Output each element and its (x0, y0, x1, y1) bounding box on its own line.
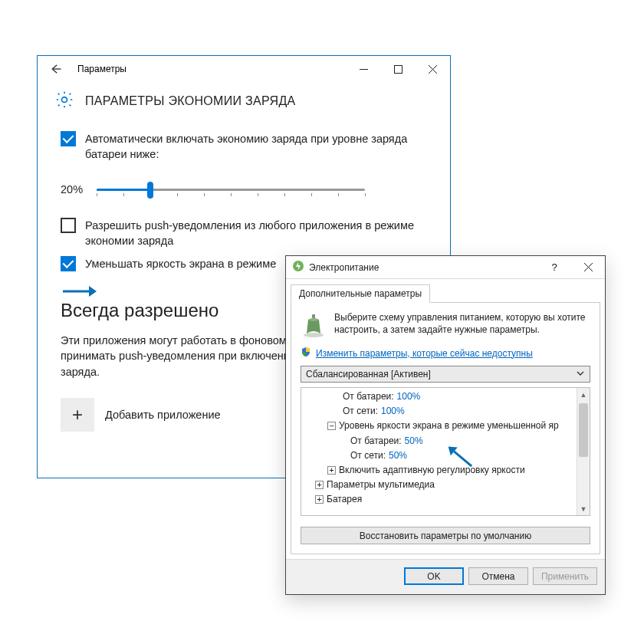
change-unavailable-link[interactable]: Изменить параметры, которые сейчас недос… (316, 348, 533, 359)
power-title: Электропитание (309, 262, 379, 273)
settings-titlebar: Параметры (38, 56, 450, 82)
window-title: Параметры (68, 64, 127, 74)
cancel-button[interactable]: Отмена (468, 567, 528, 585)
window-controls (347, 58, 450, 80)
expand-icon[interactable]: + (315, 495, 324, 504)
tree-item-value[interactable]: 50% (405, 434, 423, 449)
annotation-arrow-icon (63, 283, 97, 303)
scroll-thumb[interactable] (579, 403, 588, 457)
power-content: Выберите схему управления питанием, кото… (291, 302, 600, 554)
power-tabbar: Дополнительные параметры (286, 279, 605, 302)
power-icon (292, 260, 304, 274)
push-row: Разрешить push-уведомления из любого при… (61, 218, 427, 249)
power-titlebar: Электропитание ? (286, 256, 605, 279)
shield-icon (301, 347, 311, 360)
tree-item-label[interactable]: Батарея (327, 492, 362, 507)
battery-plan-icon (301, 312, 327, 340)
chevron-down-icon (574, 369, 586, 380)
auto-enable-checkbox[interactable] (61, 131, 76, 146)
power-plan-select[interactable]: Сбалансированная [Активен] (301, 366, 590, 383)
tree-item-value[interactable]: 100% (381, 404, 405, 419)
power-close-button[interactable] (571, 257, 605, 278)
power-controls: ? (537, 257, 605, 278)
auto-enable-row: Автоматически включать экономию заряда п… (61, 131, 427, 163)
expand-icon[interactable]: + (315, 481, 324, 489)
restore-row: Восстановить параметры по умолчанию (301, 527, 590, 544)
minimize-button[interactable] (347, 58, 381, 80)
scroll-down-icon[interactable]: ▼ (577, 502, 590, 515)
power-tree: От батареи:100% От сети:100% −Уровень яр… (301, 388, 590, 509)
threshold-slider[interactable] (97, 181, 365, 199)
tree-item-label: От батареи: (350, 434, 402, 449)
help-button[interactable]: ? (537, 257, 571, 278)
power-plan-selected: Сбалансированная [Активен] (306, 369, 431, 380)
tree-item-label: От сети: (343, 404, 378, 419)
add-app-label: Добавить приложение (105, 407, 221, 422)
tree-item-label: От сети: (350, 449, 386, 463)
ok-button[interactable]: OK (404, 567, 464, 585)
svg-rect-2 (395, 65, 402, 73)
intro-row: Выберите схему управления питанием, кото… (301, 312, 590, 340)
close-button[interactable] (416, 58, 450, 80)
threshold-slider-row: 20% (61, 181, 427, 199)
collapse-icon[interactable]: − (327, 422, 336, 430)
apply-button: Применить (533, 567, 597, 585)
dialog-buttons: OK Отмена Применить (286, 559, 605, 594)
tree-panel: От батареи:100% От сети:100% −Уровень яр… (301, 387, 590, 516)
tree-item-value[interactable]: 50% (389, 449, 407, 463)
uac-link-row: Изменить параметры, которые сейчас недос… (301, 347, 590, 360)
expand-icon[interactable]: + (327, 466, 336, 475)
svg-point-5 (62, 97, 67, 103)
svg-rect-12 (312, 314, 315, 318)
tree-item-label[interactable]: Параметры мультимедиа (327, 478, 435, 492)
svg-marker-7 (89, 286, 97, 297)
threshold-value: 20% (61, 182, 83, 197)
scroll-up-icon[interactable]: ▲ (577, 388, 590, 401)
push-checkbox[interactable] (61, 218, 76, 233)
auto-enable-label: Автоматически включать экономию заряда п… (85, 131, 427, 163)
tree-item-label[interactable]: Уровень яркости экрана в режиме уменьшен… (339, 419, 559, 433)
tree-item-label: От батареи: (343, 389, 394, 404)
dim-checkbox[interactable] (61, 256, 76, 271)
power-dialog: Электропитание ? Дополнительные параметр… (285, 255, 606, 595)
plus-icon: + (61, 398, 94, 432)
maximize-button[interactable] (381, 58, 416, 80)
gear-icon (54, 90, 74, 113)
intro-text: Выберите схему управления питанием, кото… (334, 312, 590, 340)
back-button[interactable] (42, 56, 68, 82)
page-title: ПАРАМЕТРЫ ЭКОНОМИИ ЗАРЯДА (85, 94, 296, 108)
restore-defaults-button[interactable]: Восстановить параметры по умолчанию (301, 527, 590, 544)
add-app-button[interactable]: + Добавить приложение (61, 398, 221, 432)
tab-advanced[interactable]: Дополнительные параметры (291, 284, 430, 303)
tree-item-value[interactable]: 100% (397, 389, 421, 404)
page-header: ПАРАМЕТРЫ ЭКОНОМИИ ЗАРЯДА (38, 82, 450, 123)
dim-label: Уменьшать яркость экрана в режиме (85, 256, 276, 271)
scrollbar[interactable]: ▲ ▼ (577, 388, 590, 515)
push-label: Разрешить push-уведомления из любого при… (85, 218, 427, 249)
svg-point-11 (304, 333, 324, 337)
tree-item-label[interactable]: Включить адаптивную регулировку яркости (339, 463, 525, 478)
